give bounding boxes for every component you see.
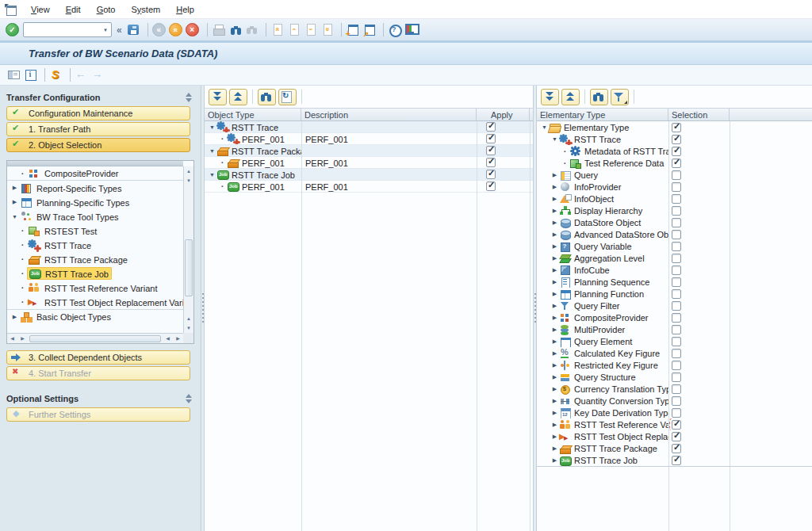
table-row[interactable]: ▶RSTT Test Object Replace — [537, 430, 812, 442]
table-row[interactable]: ▶Planning Function — [537, 288, 812, 300]
scroll-right-icon[interactable]: ▶ — [173, 334, 183, 343]
tree-item[interactable]: ·RSTEST Test — [7, 223, 183, 238]
selection-checkbox[interactable] — [486, 146, 496, 155]
selection-checkbox[interactable] — [486, 181, 496, 191]
selection-checkbox[interactable] — [486, 122, 496, 132]
scrollbar-thumb[interactable] — [29, 335, 161, 342]
tree-item[interactable]: ·RSTT Trace — [7, 238, 183, 252]
next-page-button[interactable] — [304, 23, 317, 36]
tree-vertical-scrollbar[interactable]: ▲ ▼ ▲ ▼ — [183, 166, 193, 333]
expander-icon[interactable]: ▶ — [550, 196, 559, 202]
column-header-object-type[interactable]: Object Type — [205, 109, 301, 120]
expander-icon[interactable]: ▶ — [550, 457, 559, 464]
table-row[interactable]: ▶Query Variable — [537, 240, 812, 252]
expander-icon[interactable]: ▶ — [550, 410, 559, 416]
column-header-selection[interactable]: Selection — [668, 109, 730, 120]
menu-system[interactable]: System — [123, 2, 168, 17]
table-row[interactable]: ▶InfoCube — [537, 264, 812, 276]
scroll-right-icon[interactable]: ▶ — [17, 334, 28, 343]
table-row[interactable]: ▶Quantity Conversion Type — [537, 395, 812, 407]
tree-item[interactable]: ·CompositeProvider — [7, 166, 183, 181]
expander-icon[interactable]: ▶ — [550, 445, 559, 452]
selection-checkbox[interactable] — [672, 384, 681, 394]
info-button[interactable] — [24, 68, 37, 82]
selection-checkbox[interactable] — [672, 254, 681, 263]
selection-checkbox[interactable] — [672, 372, 681, 382]
expander-icon[interactable]: ▶ — [550, 220, 559, 226]
selection-checkbox[interactable] — [672, 182, 681, 192]
table-row[interactable]: ▶Key Date Derivation Type — [537, 407, 812, 418]
step-button-2[interactable]: 1. Transfer Path — [6, 122, 190, 136]
table-row[interactable]: ▶Calculated Key Figure — [537, 347, 812, 359]
expander-icon[interactable]: ▶ — [10, 314, 19, 320]
table-row[interactable]: ▶Currency Translation Type — [537, 383, 812, 395]
selection-checkbox[interactable] — [486, 134, 496, 143]
expander-icon[interactable]: ▼ — [208, 124, 216, 130]
expander-icon[interactable]: ▶ — [550, 327, 559, 333]
scroll-down-icon[interactable]: ▼ — [184, 323, 194, 333]
expander-icon[interactable]: ▶ — [550, 374, 559, 380]
expander-icon[interactable]: ▶ — [10, 199, 19, 205]
expander-icon[interactable]: ▶ — [550, 231, 559, 238]
detail-view-button[interactable] — [7, 68, 21, 82]
expander-icon[interactable]: ▶ — [550, 386, 559, 392]
selection-checkbox[interactable] — [672, 349, 681, 358]
expander-icon[interactable]: ▼ — [540, 124, 549, 130]
table-row[interactable]: ▼RSTT Trace Package — [205, 145, 533, 157]
find-button[interactable] — [228, 23, 242, 36]
print-button[interactable] — [212, 23, 225, 36]
action-button-4[interactable]: 4. Start Transfer — [6, 366, 190, 380]
menu-edit[interactable]: Edit — [58, 2, 89, 17]
expand-all-button[interactable] — [209, 89, 227, 105]
expander-icon[interactable]: ▶ — [550, 243, 559, 250]
column-header-elementary-type[interactable]: Elementary Type — [537, 109, 668, 120]
save-button[interactable] — [127, 23, 140, 36]
selection-checkbox[interactable] — [672, 135, 681, 144]
selection-checkbox[interactable] — [486, 170, 496, 179]
previous-button[interactable] — [75, 68, 88, 82]
find-button[interactable] — [258, 89, 276, 105]
selection-checkbox[interactable] — [672, 301, 681, 311]
table-row[interactable]: ▶Advanced DataStore Obje — [537, 228, 812, 240]
selection-checkbox[interactable] — [672, 170, 681, 180]
collapse-all-button[interactable] — [229, 89, 247, 105]
selection-checkbox[interactable] — [672, 230, 681, 239]
expander-icon[interactable]: ▶ — [10, 185, 19, 191]
find-next-button[interactable] — [245, 23, 259, 36]
menu-view[interactable]: View — [23, 2, 58, 17]
next-button[interactable] — [91, 68, 105, 82]
expander-icon[interactable]: ▶ — [550, 279, 559, 285]
scroll-down-icon[interactable]: ▼ — [184, 176, 194, 185]
selection-checkbox[interactable] — [672, 242, 681, 251]
column-header-apply[interactable]: Apply — [477, 109, 530, 120]
selection-checkbox[interactable] — [672, 194, 681, 204]
find-button[interactable] — [590, 89, 608, 105]
menu-goto[interactable]: Goto — [89, 2, 124, 17]
table-row[interactable]: ▶Query Filter — [537, 300, 812, 311]
scroll-left-icon[interactable]: ◀ — [163, 334, 173, 343]
selection-checkbox[interactable] — [672, 123, 681, 132]
expander-icon[interactable]: ▶ — [550, 398, 559, 404]
tree-horizontal-scrollbar[interactable]: ◀ ▶ ◀ ▶ — [7, 333, 183, 343]
tree-item[interactable]: ▶Planning-Specific Types — [7, 195, 183, 209]
selection-checkbox[interactable] — [672, 147, 681, 156]
table-row[interactable]: ▶RSTT Trace Package — [537, 442, 812, 454]
table-row[interactable]: ▶Query — [537, 169, 812, 181]
panel-scroll-spinner[interactable] — [186, 394, 192, 403]
create-shortcut-button[interactable] — [362, 23, 376, 36]
gui-settings-button[interactable] — [404, 23, 418, 36]
menu-help[interactable]: Help — [168, 2, 202, 17]
help-button[interactable] — [388, 23, 401, 36]
table-row[interactable]: ·Metadata of RSTT Trac — [537, 145, 812, 157]
selection-checkbox[interactable] — [672, 361, 681, 370]
table-row[interactable]: ·Test Reference Data — [537, 157, 812, 169]
tree-item[interactable]: ▶Report-Specific Types — [7, 181, 183, 195]
table-row[interactable]: ▶RSTT Test Reference Vari — [537, 418, 812, 430]
scroll-up-icon[interactable]: ▲ — [184, 314, 194, 323]
refresh-button[interactable] — [278, 89, 297, 105]
expander-icon[interactable]: ▶ — [550, 362, 559, 369]
expander-icon[interactable]: ▶ — [550, 255, 559, 262]
selection-checkbox[interactable] — [672, 218, 681, 227]
filter-menu-button[interactable] — [611, 89, 629, 105]
tree-item[interactable]: ▶Basic Object Types — [7, 309, 183, 323]
